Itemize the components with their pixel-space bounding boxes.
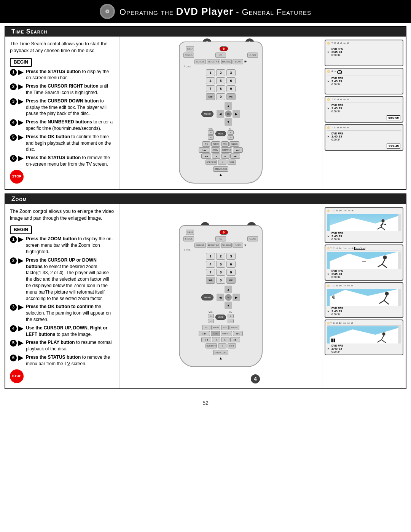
fts-button[interactable]: FTS [221, 141, 229, 147]
vol-up[interactable]: + [208, 130, 214, 135]
num-7[interactable]: 7 [206, 85, 215, 92]
z-cc-button[interactable]: CC [215, 236, 226, 241]
time-edit-display: 0:00:00 [387, 115, 400, 120]
open-close-button[interactable]: OPEN/CLOSE [213, 166, 228, 172]
z-num-2[interactable]: 2 [216, 253, 225, 260]
z-previous-button[interactable]: |◀◀ [199, 331, 210, 336]
z-stop-button[interactable]: ■ [212, 337, 220, 342]
tc-button[interactable]: T-C [202, 141, 210, 147]
subtitle-button[interactable]: SUBTITLE [221, 147, 232, 153]
z-open-close-button[interactable]: OPEN/CLOSE [213, 350, 228, 355]
scan-button[interactable]: SCAN [233, 59, 243, 64]
z-angle-button[interactable]: ANGLE [229, 325, 239, 330]
z-dpad-right[interactable]: ▶ [233, 294, 240, 301]
num-1[interactable]: 1 [206, 69, 215, 76]
num-9[interactable]: 9 [226, 85, 236, 92]
zoom-menu-bar-3: 📀T C dl 1m 1n no dl [327, 284, 401, 288]
dpad: ▲ ◀ OK ▶ ▼ [217, 102, 240, 126]
reverse-button[interactable]: ◀◀ [201, 153, 211, 159]
next-button[interactable]: ▶▶| [233, 147, 243, 153]
vol-down[interactable]: − [208, 135, 214, 140]
z-num-7[interactable]: 7 [206, 269, 215, 276]
shuffle-button[interactable]: SHUFFLE [221, 59, 232, 64]
z-dpad-up[interactable]: ▲ [225, 286, 232, 293]
dpad-down[interactable]: ▼ [225, 118, 232, 126]
num-5[interactable]: 5 [216, 77, 225, 84]
audio-button[interactable]: AUDIO [211, 141, 220, 147]
z-forward-button[interactable]: ▶▶ [230, 337, 240, 342]
z-num-6[interactable]: 6 [226, 261, 236, 268]
z-dpad-down[interactable]: ▼ [225, 302, 232, 309]
previous-button[interactable]: |◀◀ [199, 147, 210, 153]
z-scan-button[interactable]: SCAN [233, 243, 243, 248]
menu-button[interactable]: MENU [201, 111, 213, 117]
z-dpad-left[interactable]: ◀ [217, 294, 224, 301]
dpad-right[interactable]: ▶ [233, 110, 240, 118]
ok-button[interactable]: OK [225, 110, 232, 117]
power-button[interactable]: ⏻ [220, 46, 228, 51]
z-surf-button[interactable]: SURF [228, 343, 236, 348]
z-menu-button[interactable]: MENU [201, 294, 213, 300]
z-incr-surr-button[interactable]: INCR.SURR [206, 343, 217, 348]
stop-button[interactable]: ■ [212, 153, 220, 159]
angle-button[interactable]: ANGLE [229, 141, 239, 147]
z-num-5[interactable]: 5 [216, 261, 225, 268]
z-vol-up[interactable]: + [208, 314, 214, 318]
z-repeat-button[interactable]: REPEAT [194, 243, 206, 248]
z-repeat-ab-button[interactable]: REPEAT A-B [207, 243, 220, 248]
z-mute-button[interactable]: MUTE [215, 315, 226, 320]
num-8[interactable]: 8 [216, 85, 225, 92]
z-sound-button[interactable]: SND [206, 277, 215, 284]
z-ch-up[interactable]: + [228, 314, 234, 318]
z-num-4[interactable]: 4 [206, 261, 215, 268]
zoom-button[interactable]: ZOOM [211, 147, 220, 153]
num-6[interactable]: 6 [226, 77, 236, 84]
status-button[interactable]: STATUS [183, 53, 194, 58]
z-ch-down[interactable]: − [228, 319, 234, 323]
z-shuffle-button[interactable]: SHUFFLE [221, 243, 232, 248]
z-power-button[interactable]: ⏻ [220, 230, 228, 235]
sleep-button[interactable]: SLEEP [186, 46, 194, 51]
z-sleep-button[interactable]: SLEEP [186, 230, 194, 235]
forward-button[interactable]: ▶▶ [230, 153, 240, 159]
z-fts-button[interactable]: FTS [221, 325, 229, 330]
z-num-9[interactable]: 9 [226, 269, 236, 276]
sound-button[interactable]: SND [206, 93, 215, 100]
ch-down[interactable]: − [228, 135, 234, 140]
z-zoom-button[interactable]: ZOOM [211, 331, 220, 336]
picture-button[interactable]: PIC [226, 93, 236, 100]
z-play-button[interactable]: ▶ [221, 337, 229, 342]
z-ok-button[interactable]: OK [225, 294, 232, 301]
z-num-3[interactable]: 3 [226, 253, 236, 260]
z-clock-button[interactable]: CLOCK [247, 236, 258, 241]
repeat-button[interactable]: REPEAT [194, 59, 206, 64]
play-button[interactable]: ▶ [221, 153, 229, 159]
z-audio-button[interactable]: AUDIO [211, 325, 220, 330]
surf-button[interactable]: SURF [228, 160, 236, 165]
z-next-button[interactable]: ▶▶| [233, 331, 243, 336]
z-num-1[interactable]: 1 [206, 253, 215, 260]
cc-button[interactable]: CC [215, 53, 226, 58]
num-2[interactable]: 2 [216, 69, 225, 76]
incr-surr-button[interactable]: INCR.SURR [206, 160, 217, 165]
z-pause-button[interactable]: ⏸ [218, 343, 226, 348]
z-picture-button[interactable]: PIC [226, 277, 236, 284]
ch-up[interactable]: + [228, 130, 234, 135]
mute-button[interactable]: MUTE [215, 131, 226, 136]
remote-container: 6 1 4 5 3 2 SLEEP ⏻ STATUS [179, 42, 263, 184]
num-4[interactable]: 4 [206, 77, 215, 84]
clock-button[interactable]: CLOCK [247, 53, 258, 58]
z-vol-down[interactable]: − [208, 319, 214, 323]
z-num-0[interactable]: 0 [216, 277, 225, 284]
dpad-up[interactable]: ▲ [225, 102, 232, 110]
dpad-left[interactable]: ◀ [217, 110, 224, 118]
num-3[interactable]: 3 [226, 69, 236, 76]
pause-button[interactable]: ⏸ [218, 160, 226, 165]
z-subtitle-button[interactable]: SUBTITLE [221, 331, 232, 336]
z-reverse-button[interactable]: ◀◀ [201, 337, 211, 342]
z-status-button[interactable]: STATUS [183, 236, 194, 241]
z-num-8[interactable]: 8 [216, 269, 225, 276]
z-tc-button[interactable]: T-C [202, 325, 210, 330]
num-0[interactable]: 0 [216, 93, 225, 100]
repeat-ab-button[interactable]: REPEAT A-B [207, 59, 220, 64]
